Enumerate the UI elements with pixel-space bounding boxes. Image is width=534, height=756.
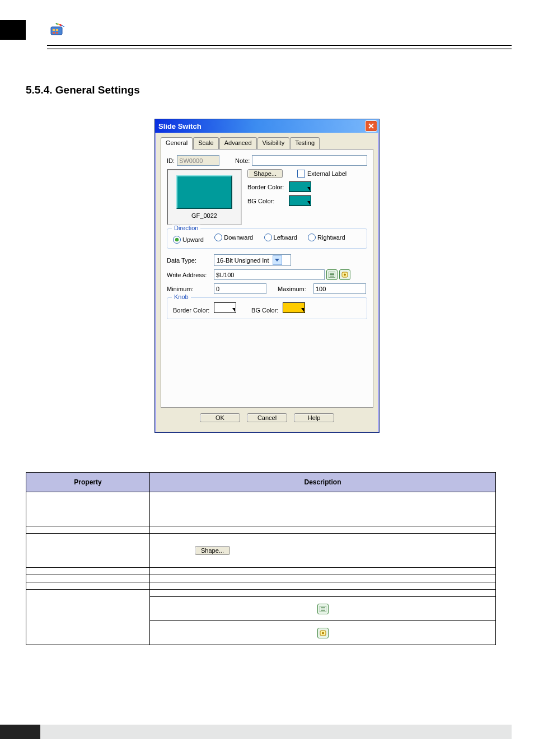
slide-switch-dialog: Slide Switch General Scale Advanced Visi… bbox=[154, 119, 380, 433]
tab-visibility[interactable]: Visibility bbox=[257, 137, 290, 150]
close-icon[interactable] bbox=[365, 120, 377, 132]
table-row bbox=[26, 575, 496, 582]
table-row bbox=[26, 590, 496, 597]
knob-bg-color-label: BG Color: bbox=[251, 307, 278, 314]
svg-rect-2 bbox=[56, 29, 58, 31]
maximum-label: Maximum: bbox=[278, 286, 311, 292]
page-corner-block bbox=[0, 20, 26, 40]
direction-group: Direction Upward Downward Leftward Right… bbox=[167, 228, 367, 249]
keypad-icon[interactable] bbox=[326, 269, 338, 280]
minimum-field[interactable] bbox=[214, 283, 266, 294]
table-row bbox=[26, 582, 496, 590]
table-row bbox=[26, 526, 496, 534]
svg-rect-4 bbox=[56, 32, 58, 34]
minimum-label: Minimum: bbox=[167, 286, 212, 292]
write-address-field[interactable] bbox=[214, 269, 325, 280]
knob-group: Knob Border Color: BG Color: bbox=[167, 297, 367, 319]
radio-upward[interactable]: Upward bbox=[173, 236, 204, 244]
direction-title: Direction bbox=[172, 225, 200, 231]
shape-button[interactable]: Shape... bbox=[247, 169, 283, 178]
table-row bbox=[26, 492, 496, 526]
tab-general[interactable]: General bbox=[161, 137, 193, 150]
external-label-text: External Label bbox=[307, 170, 346, 177]
radio-rightward[interactable]: Rightward bbox=[308, 234, 345, 241]
knob-title: Knob bbox=[172, 293, 191, 300]
svg-point-5 bbox=[62, 25, 63, 26]
svg-rect-1 bbox=[53, 29, 55, 31]
tab-testing[interactable]: Testing bbox=[290, 137, 320, 150]
id-field bbox=[177, 155, 219, 166]
footer-block bbox=[0, 725, 40, 739]
help-button[interactable]: Help bbox=[294, 413, 334, 422]
tab-strip: General Scale Advanced Visibility Testin… bbox=[161, 137, 373, 150]
section-heading: 5.5.4. General Settings bbox=[26, 84, 534, 96]
ok-button[interactable]: OK bbox=[200, 413, 240, 422]
border-color-swatch[interactable] bbox=[289, 181, 311, 192]
tag-icon bbox=[317, 628, 329, 638]
svg-point-18 bbox=[322, 632, 324, 634]
shape-name: GF_0022 bbox=[191, 212, 217, 219]
keypad-icon bbox=[317, 604, 329, 614]
app-icon bbox=[50, 22, 65, 37]
shape-rect bbox=[176, 175, 232, 209]
svg-point-6 bbox=[63, 26, 64, 27]
tag-icon[interactable] bbox=[339, 269, 350, 280]
dialog-titlebar[interactable]: Slide Switch bbox=[155, 119, 379, 133]
tab-pane-general: ID: Note: GF_0022 Shape... bbox=[161, 149, 373, 408]
page-footer bbox=[0, 725, 512, 739]
tab-advanced[interactable]: Advanced bbox=[219, 137, 257, 150]
knob-border-color-swatch[interactable] bbox=[214, 302, 236, 313]
note-field[interactable] bbox=[252, 155, 367, 166]
maximum-field[interactable] bbox=[313, 283, 366, 294]
shape-preview: GF_0022 bbox=[167, 169, 242, 225]
property-table: Property Description Shape... bbox=[26, 472, 496, 645]
chevron-down-icon bbox=[273, 255, 282, 265]
bg-color-label: BG Color: bbox=[247, 198, 287, 204]
table-row bbox=[26, 568, 496, 575]
external-label-checkbox[interactable] bbox=[297, 170, 305, 178]
bg-color-swatch[interactable] bbox=[289, 195, 311, 206]
th-description: Description bbox=[150, 473, 496, 492]
table-row: Shape... bbox=[26, 534, 496, 568]
svg-rect-3 bbox=[53, 32, 55, 34]
header-rule bbox=[47, 45, 512, 49]
radio-downward[interactable]: Downward bbox=[214, 234, 253, 241]
data-type-select[interactable]: 16-Bit Unsigned Int bbox=[214, 254, 291, 266]
knob-bg-color-swatch[interactable] bbox=[283, 302, 305, 313]
dialog-button-row: OK Cancel Help bbox=[161, 408, 373, 430]
border-color-label: Border Color: bbox=[247, 184, 287, 190]
cancel-button[interactable]: Cancel bbox=[247, 413, 287, 422]
shape-button-in-table[interactable]: Shape... bbox=[195, 546, 230, 555]
dialog-title: Slide Switch bbox=[158, 122, 202, 130]
tab-scale[interactable]: Scale bbox=[193, 137, 219, 150]
th-property: Property bbox=[26, 473, 150, 492]
knob-border-color-label: Border Color: bbox=[173, 307, 209, 314]
svg-point-12 bbox=[344, 274, 346, 276]
radio-leftward[interactable]: Leftward bbox=[264, 234, 297, 241]
write-address-label: Write Address: bbox=[167, 272, 212, 278]
note-label: Note: bbox=[235, 157, 250, 164]
data-type-label: Data Type: bbox=[167, 257, 212, 264]
id-label: ID: bbox=[167, 157, 175, 164]
